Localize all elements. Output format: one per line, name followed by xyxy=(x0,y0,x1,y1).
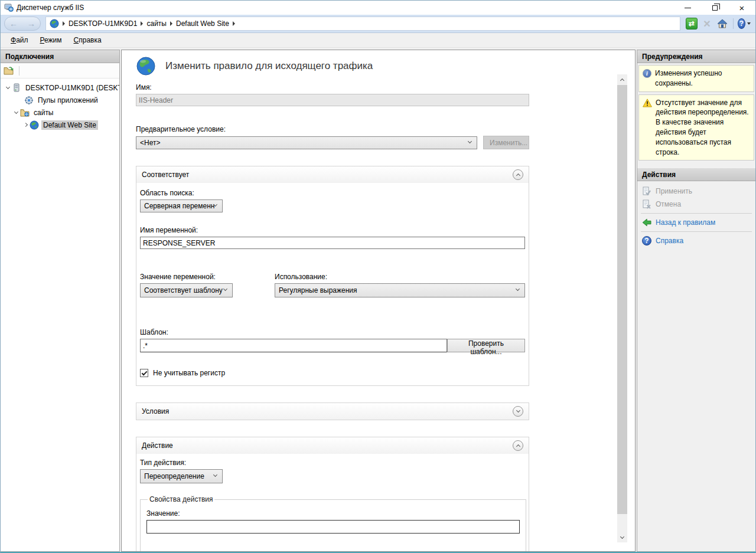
usage-select[interactable]: Регулярные выражения xyxy=(275,283,525,297)
sites-folder-icon xyxy=(20,108,30,117)
ignore-case-label: Не учитывать регистр xyxy=(153,369,225,377)
action-type-select[interactable]: Переопределение xyxy=(140,469,223,483)
title-bar: Диспетчер служб IIS × xyxy=(1,1,755,15)
chevron-down-icon xyxy=(747,22,751,25)
chevron-expanded-icon[interactable] xyxy=(14,109,18,113)
tree-item-label[interactable]: DESKTOP-U1MK9D1 (DESKTOP xyxy=(24,83,119,93)
variable-name-input[interactable] xyxy=(140,237,525,249)
tree-item-server[interactable]: DESKTOP-U1MK9D1 (DESKTOP xyxy=(1,81,119,94)
info-message: i Изменения успешно сохранены. xyxy=(638,65,754,92)
tree-item-app-pools[interactable]: Пулы приложений xyxy=(1,94,119,106)
help-button[interactable]: ? xyxy=(738,17,751,30)
usage-label: Использование: xyxy=(275,273,525,281)
connections-panel: Подключения DES xyxy=(1,50,120,552)
precondition-select[interactable]: <Нет> xyxy=(136,136,477,149)
stop-button: ✕ xyxy=(700,17,713,30)
restart-icon: ⇄ xyxy=(686,18,698,30)
actions-list: Применить Отмена Назад к правилам xyxy=(637,181,755,247)
help-icon: ? xyxy=(738,18,745,29)
scroll-down-button[interactable] xyxy=(617,532,627,542)
scroll-up-button[interactable] xyxy=(617,74,627,84)
match-section-header[interactable]: Соответствует xyxy=(136,166,529,183)
chevron-up-icon xyxy=(516,444,520,449)
replace-value-checkbox[interactable] xyxy=(146,551,155,552)
chevron-expanded-icon[interactable] xyxy=(6,84,10,89)
navigation-buttons: ← → xyxy=(4,17,41,31)
tree-item-label[interactable]: Пулы приложений xyxy=(36,96,100,105)
pattern-label: Шаблон: xyxy=(140,328,525,336)
cancel-label: Отмена xyxy=(656,200,681,208)
scope-select[interactable]: Серверная переменн xyxy=(140,199,223,212)
chevron-up-icon xyxy=(516,174,520,178)
connections-tree: DESKTOP-U1MK9D1 (DESKTOP Пулы приложений xyxy=(1,78,119,131)
application-pools-icon xyxy=(24,96,34,105)
toolbar-divider xyxy=(733,18,734,29)
page-globe-icon xyxy=(136,56,156,76)
close-button[interactable]: × xyxy=(728,1,755,15)
home-icon xyxy=(717,19,728,28)
breadcrumb-site[interactable]: Default Web Site xyxy=(176,19,229,28)
save-connection-icon[interactable] xyxy=(4,66,14,76)
menu-view[interactable]: Режим xyxy=(35,34,67,46)
breadcrumb-server[interactable]: DESKTOP-U1MK9D1 xyxy=(69,19,137,28)
conditions-section-header[interactable]: Условия xyxy=(136,403,529,420)
apply-label: Применить xyxy=(656,187,692,195)
conditions-section-title: Условия xyxy=(142,407,169,415)
collapse-button[interactable] xyxy=(513,169,523,180)
page-title: Изменить правило для исходящего трафика xyxy=(165,60,373,72)
close-icon: × xyxy=(739,4,745,12)
action-section-title: Действие xyxy=(142,441,173,450)
warning-text: Отсутствует значение для действия переоп… xyxy=(656,98,750,158)
tree-item-sites[interactable]: сайты xyxy=(1,106,119,119)
scope-label: Область поиска: xyxy=(140,189,525,197)
help-action[interactable]: ? Справка xyxy=(641,234,752,247)
menu-help[interactable]: Справка xyxy=(69,34,107,46)
breadcrumb-arrow-icon xyxy=(63,21,65,26)
help-label[interactable]: Справка xyxy=(656,237,683,245)
tree-item-label[interactable]: Default Web Site xyxy=(41,120,98,130)
warnings-header: Предупреждения xyxy=(637,50,755,63)
minimize-button[interactable] xyxy=(674,1,701,15)
precondition-value: <Нет> xyxy=(140,139,160,147)
page-header: Изменить правило для исходящего трафика xyxy=(136,56,529,76)
breadcrumb[interactable]: DESKTOP-U1MK9D1 сайты Default Web Site xyxy=(45,17,680,31)
tree-item-default-web-site[interactable]: Default Web Site xyxy=(1,119,119,131)
breadcrumb-sites[interactable]: сайты xyxy=(146,19,167,28)
conditions-section: Условия xyxy=(136,403,529,420)
forward-button[interactable]: → xyxy=(27,19,35,28)
connections-toolbar xyxy=(1,63,119,78)
menu-file[interactable]: Файл xyxy=(5,34,34,46)
main-panel: Изменить правило для исходящего трафика … xyxy=(121,50,636,552)
home-button[interactable] xyxy=(716,17,729,30)
back-to-rules-action[interactable]: Назад к правилам xyxy=(641,216,752,229)
restart-button[interactable]: ⇄ xyxy=(685,17,698,30)
help-icon: ? xyxy=(642,236,651,246)
restore-button[interactable] xyxy=(701,1,728,15)
scrollbar-thumb[interactable] xyxy=(617,85,627,514)
variable-value-select[interactable]: Соответствует шаблону xyxy=(140,283,233,297)
action-value-input[interactable] xyxy=(146,520,520,534)
pattern-input[interactable] xyxy=(140,339,447,352)
ignore-case-checkbox[interactable] xyxy=(140,369,148,377)
check-pattern-button[interactable]: Проверить шаблон... xyxy=(447,339,525,352)
address-bar: ← → DESKTOP-U1MK9D1 сайты Default Web Si… xyxy=(1,15,755,33)
minimize-icon xyxy=(685,8,691,8)
collapse-button[interactable] xyxy=(513,440,523,451)
tree-item-label[interactable]: сайты xyxy=(32,108,56,117)
action-type-value: Переопределение xyxy=(144,472,204,480)
back-button[interactable]: ← xyxy=(9,19,18,28)
name-label: Имя: xyxy=(136,83,529,91)
edit-precondition-button: Изменить... xyxy=(483,136,529,149)
site-globe-icon xyxy=(30,120,39,130)
cancel-icon xyxy=(642,199,651,209)
expand-button[interactable] xyxy=(513,406,523,417)
cancel-action: Отмена xyxy=(641,198,752,211)
vertical-scrollbar[interactable] xyxy=(617,74,627,542)
address-bar-tools: ⇄ ✕ ? xyxy=(685,17,751,30)
chevron-down-icon xyxy=(516,287,520,291)
chevron-collapsed-icon[interactable] xyxy=(24,123,28,127)
rule-name-input xyxy=(136,94,529,106)
toolbar-divider xyxy=(19,66,19,76)
action-section-header[interactable]: Действие xyxy=(136,437,529,454)
back-to-rules-label[interactable]: Назад к правилам xyxy=(656,218,715,227)
